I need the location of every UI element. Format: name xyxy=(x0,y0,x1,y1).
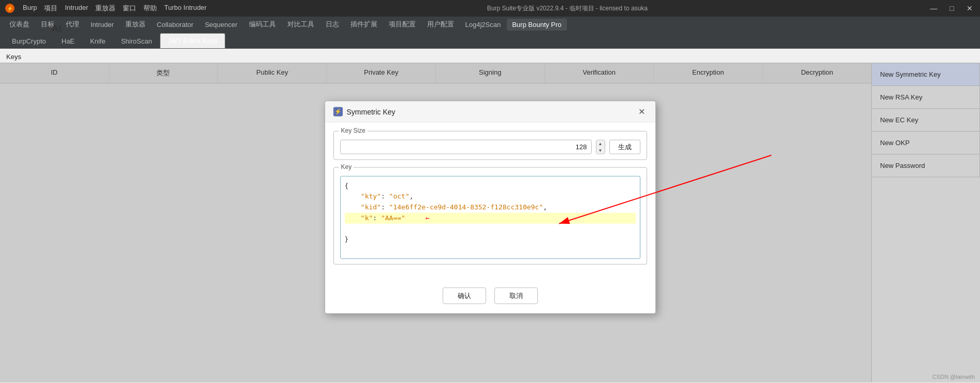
confirm-button[interactable]: 确认 xyxy=(443,287,486,304)
menubar-decoder[interactable]: 编码工具 xyxy=(244,18,281,31)
menubar-intruder[interactable]: Intruder xyxy=(85,19,119,31)
title-bar-controls: — □ ✕ xyxy=(928,4,975,12)
menubar-repeater[interactable]: 重放器 xyxy=(120,18,151,31)
key-group: Key { "kty": "oct", "kid": "14e6ff2e-ce9… xyxy=(333,167,647,264)
keys-section-label: Keys xyxy=(0,49,980,63)
minimize-button[interactable]: — xyxy=(928,4,940,12)
menu-window[interactable]: 窗口 xyxy=(123,4,136,13)
dialog-icon: ⚡ xyxy=(333,107,343,116)
generate-button[interactable]: 生成 xyxy=(609,139,640,154)
key-content[interactable]: { "kty": "oct", "kid": "14e6ff2e-ce9d-40… xyxy=(340,176,640,259)
tab-knife[interactable]: Knife xyxy=(82,34,113,48)
menu-help[interactable]: 帮助 xyxy=(143,4,157,13)
menubar-burp-bounty[interactable]: Burp Bounty Pro xyxy=(507,19,566,31)
tab-hae[interactable]: HaE xyxy=(54,34,82,48)
title-bar-menu: Burp 项目 Intruder 重放器 窗口 帮助 Turbo Intrude… xyxy=(23,4,207,13)
dialog-body: Key Size ▲ ▼ 生成 Key { "kty": "oct", "k xyxy=(325,122,655,280)
key-legend: Key xyxy=(339,163,354,170)
title-bar-left: ⚡ Burp 项目 Intruder 重放器 窗口 帮助 Turbo Intru… xyxy=(5,4,207,13)
cancel-button[interactable]: 取消 xyxy=(494,287,538,304)
main-area: ID 类型 Public Key Private Key Signing Ver… xyxy=(0,63,980,382)
menubar-logger[interactable]: 日志 xyxy=(320,18,344,31)
menubar-extensions[interactable]: 插件扩展 xyxy=(345,18,383,31)
close-button[interactable]: ✕ xyxy=(964,4,975,12)
menubar-dashboard[interactable]: 仪表盘 xyxy=(4,18,35,31)
menubar-comparer[interactable]: 对比工具 xyxy=(282,18,319,31)
dialog-close-button[interactable]: ✕ xyxy=(637,106,647,117)
dialog-titlebar: ⚡ Symmetric Key ✕ xyxy=(325,101,655,122)
burp-logo: ⚡ xyxy=(5,4,14,13)
dialog-title-text: Symmetric Key xyxy=(347,107,396,116)
menu-bar: 仪表盘 目标 代理 Intruder 重放器 Collaborator Sequ… xyxy=(0,17,980,32)
menubar-project-options[interactable]: 项目配置 xyxy=(384,18,421,31)
key-size-input[interactable] xyxy=(340,139,592,154)
title-bar: ⚡ Burp 项目 Intruder 重放器 窗口 帮助 Turbo Intru… xyxy=(0,0,980,17)
at-label: At xyxy=(52,23,62,34)
title-bar-center: Burp Suite专业版 v2022.9.4 - 临时项目 - license… xyxy=(487,4,648,13)
tab-burpcrypto[interactable]: BurpCrypto xyxy=(4,34,54,48)
tab-bar: BurpCrypto HaE Knife ShiroScan JWT Edito… xyxy=(0,32,980,49)
key-size-spinner[interactable]: ▲ ▼ xyxy=(596,139,605,154)
menu-intruder[interactable]: Intruder xyxy=(65,4,88,13)
key-size-group: Key Size ▲ ▼ 生成 xyxy=(333,131,647,160)
menubar-sequencer[interactable]: Sequencer xyxy=(200,19,243,31)
menu-repeater[interactable]: 重放器 xyxy=(95,4,115,13)
menu-burp[interactable]: Burp xyxy=(23,4,37,13)
maximize-button[interactable]: □ xyxy=(948,4,956,12)
menubar-log4j2scan[interactable]: Log4j2Scan xyxy=(460,19,506,31)
menubar-user-options[interactable]: 用户配置 xyxy=(422,18,459,31)
symmetric-key-dialog: ⚡ Symmetric Key ✕ Key Size ▲ ▼ 生成 xyxy=(325,101,656,314)
dialog-title: ⚡ Symmetric Key xyxy=(333,107,396,116)
tab-shiroscan[interactable]: ShiroScan xyxy=(113,34,160,48)
dialog-footer: 确认 取消 xyxy=(325,280,655,313)
menubar-proxy[interactable]: 代理 xyxy=(61,18,84,31)
menu-turbo[interactable]: Turbo Intruder xyxy=(164,4,207,13)
menu-project[interactable]: 项目 xyxy=(44,4,57,13)
key-size-row: ▲ ▼ 生成 xyxy=(340,139,640,154)
key-size-legend: Key Size xyxy=(339,126,368,134)
spinner-up[interactable]: ▲ xyxy=(596,140,605,147)
tab-jwt-editor-keys[interactable]: JWT Editor Keys xyxy=(160,33,226,48)
menubar-collaborator[interactable]: Collaborator xyxy=(152,19,199,31)
spinner-down[interactable]: ▼ xyxy=(596,147,605,153)
